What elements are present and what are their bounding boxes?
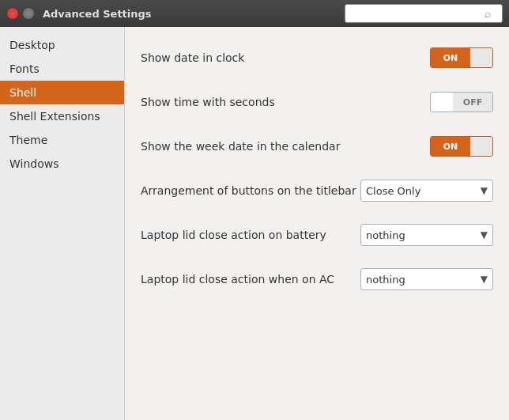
setting-show-date-in-clock: Show date in clock ON <box>141 43 493 73</box>
arrangement-label: Arrangement of buttons on the titlebar <box>141 184 360 197</box>
show-time-toggle[interactable]: OFF <box>430 92 493 112</box>
laptop-lid-ac-value: nothing <box>366 274 481 286</box>
sidebar-item-fonts[interactable]: Fonts <box>0 57 124 81</box>
toggle-off-label: OFF <box>453 93 492 112</box>
search-input[interactable] <box>350 8 484 20</box>
toggle-spacer <box>431 93 453 112</box>
window-controls <box>6 7 35 20</box>
toggle-off-spacer <box>470 48 492 67</box>
toggle-off-spacer2 <box>470 137 492 156</box>
arrangement-dropdown[interactable]: Close Only ▼ <box>360 180 493 202</box>
setting-show-time-seconds: Show time with seconds OFF <box>141 87 493 117</box>
minimize-button[interactable] <box>22 7 35 20</box>
show-date-toggle[interactable]: ON <box>430 47 493 68</box>
setting-laptop-lid-ac: Laptop lid close action when on AC nothi… <box>141 264 493 294</box>
sidebar-item-theme[interactable]: Theme <box>0 128 124 152</box>
close-button[interactable] <box>6 7 19 20</box>
toggle-on-label: ON <box>431 48 470 67</box>
show-date-label: Show date in clock <box>141 51 430 64</box>
setting-laptop-lid-battery: Laptop lid close action on battery nothi… <box>141 220 493 250</box>
search-box[interactable]: ⌕ <box>345 4 503 23</box>
titlebar: Advanced Settings ⌕ <box>0 0 509 27</box>
laptop-lid-ac-dropdown[interactable]: nothing ▼ <box>360 268 493 290</box>
sidebar-item-desktop[interactable]: Desktop <box>0 33 124 57</box>
laptop-lid-ac-label: Laptop lid close action when on AC <box>141 273 360 286</box>
chevron-down-icon2: ▼ <box>481 229 488 240</box>
sidebar-item-shell-extensions[interactable]: Shell Extensions <box>0 104 124 128</box>
window-title: Advanced Settings <box>43 8 152 20</box>
setting-show-week-date: Show the week date in the calendar ON <box>141 131 493 161</box>
sidebar: Desktop Fonts Shell Shell Extensions The… <box>0 27 125 420</box>
setting-arrangement-buttons: Arrangement of buttons on the titlebar C… <box>141 176 493 206</box>
content-area: Show date in clock ON Show time with sec… <box>125 27 509 420</box>
show-week-date-label: Show the week date in the calendar <box>141 140 430 153</box>
laptop-lid-battery-label: Laptop lid close action on battery <box>141 229 360 241</box>
chevron-down-icon: ▼ <box>481 185 488 196</box>
toggle-on-label2: ON <box>431 137 470 156</box>
main-layout: Desktop Fonts Shell Shell Extensions The… <box>0 27 509 420</box>
sidebar-item-shell[interactable]: Shell <box>0 81 124 104</box>
sidebar-item-windows[interactable]: Windows <box>0 152 124 176</box>
laptop-lid-battery-value: nothing <box>366 229 481 241</box>
search-icon: ⌕ <box>484 7 491 20</box>
chevron-down-icon3: ▼ <box>481 274 488 285</box>
show-week-date-toggle[interactable]: ON <box>430 136 493 157</box>
show-time-label: Show time with seconds <box>141 96 430 108</box>
laptop-lid-battery-dropdown[interactable]: nothing ▼ <box>360 224 493 246</box>
arrangement-value: Close Only <box>366 185 481 197</box>
